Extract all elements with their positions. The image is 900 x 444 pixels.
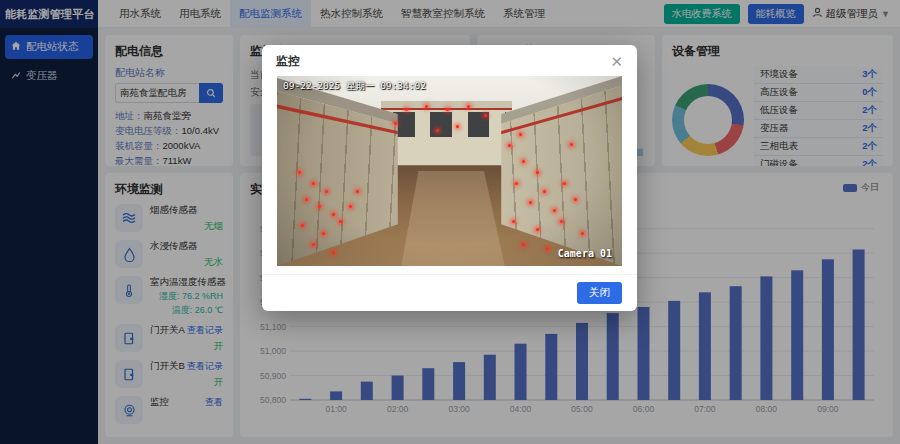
indicator-light xyxy=(581,232,584,235)
indicator-light xyxy=(484,114,487,117)
indicator-light xyxy=(312,243,315,246)
modal-header: 监控 ✕ xyxy=(262,45,637,76)
indicator-light xyxy=(305,198,308,201)
modal-title: 监控 xyxy=(276,53,300,70)
camera-timestamp: 09-22-2025 星期一 09:34:02 xyxy=(283,80,426,93)
indicator-light xyxy=(394,122,397,125)
indicator-light xyxy=(543,190,546,193)
indicator-light xyxy=(467,105,470,108)
app-window: 能耗监测管理平台 配电站状态 变压器 用水系统用电系统配电监测系统热水控制系统智… xyxy=(0,0,900,444)
camera-feed-image: 09-22-2025 星期一 09:34:02 Camera 01 xyxy=(277,76,622,266)
indicator-light xyxy=(322,232,325,235)
close-icon[interactable]: ✕ xyxy=(610,54,623,69)
indicator-light xyxy=(536,228,539,231)
close-button[interactable]: 关闭 xyxy=(577,282,622,304)
indicator-light xyxy=(574,198,577,201)
indicator-light xyxy=(522,160,525,163)
modal-footer: 关闭 xyxy=(262,274,637,311)
indicator-light xyxy=(570,143,573,146)
indicator-light xyxy=(519,133,522,136)
camera-modal: 监控 ✕ 09-22-2025 星期一 09:34:02 Camera 01 关… xyxy=(262,45,637,311)
camera-name-label: Camera 01 xyxy=(558,248,612,259)
indicator-light xyxy=(332,251,335,254)
indicator-light xyxy=(298,171,301,174)
indicator-light xyxy=(332,213,335,216)
indicator-light xyxy=(436,129,439,132)
indicator-light xyxy=(553,209,556,212)
indicator-light xyxy=(536,171,539,174)
